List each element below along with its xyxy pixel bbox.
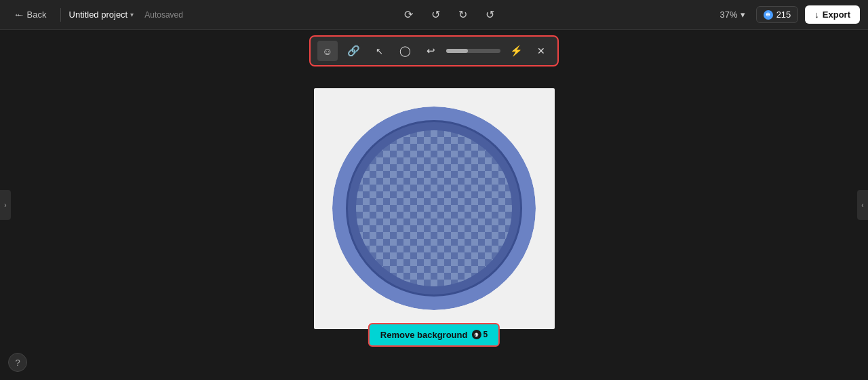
lightning-tool-btn[interactable]: ⚡: [506, 41, 526, 61]
checker-pattern: [356, 130, 512, 286]
project-title: Untitled project: [69, 10, 128, 20]
checker-circle: [356, 130, 512, 286]
circle-inner-ring: [346, 120, 522, 297]
help-icon: ?: [15, 358, 20, 368]
back-button[interactable]: ← ← Back: [8, 7, 52, 22]
canvas-container: Remove background ⊕ 5: [314, 88, 555, 329]
project-title-area[interactable]: Untitled project ▾: [69, 10, 134, 20]
credits-inline-dot-icon: ⊕: [471, 330, 481, 339]
back-label: ← Back: [16, 10, 47, 20]
right-panel-toggle[interactable]: ‹: [857, 190, 868, 220]
brush-size-slider[interactable]: [446, 49, 500, 53]
export-icon: ↓: [814, 10, 819, 20]
autosaved-status: Autosaved: [144, 10, 183, 20]
toolbar-center: ⟳ ↺ ↻ ↺: [191, 4, 708, 26]
redo-right-btn[interactable]: ↺: [479, 4, 501, 26]
person-tool-btn[interactable]: ☺: [317, 41, 338, 61]
help-button[interactable]: ?: [8, 353, 27, 372]
toolbar-close-button[interactable]: ✕: [532, 41, 551, 60]
credits-badge[interactable]: ⊕ 215: [756, 6, 799, 23]
zoom-value: 37%: [720, 10, 738, 20]
export-label: Export: [823, 10, 850, 20]
cursor-tool-btn[interactable]: ↖: [369, 41, 389, 61]
refresh-icon-btn[interactable]: ⟳: [398, 4, 420, 26]
circle-image: [332, 107, 536, 310]
remove-bg-label: Remove background: [380, 330, 468, 340]
undo-icon: ↺: [431, 8, 440, 21]
right-chevron-icon: ‹: [861, 202, 863, 209]
link-tool-btn[interactable]: 🔗: [343, 41, 363, 61]
close-icon: ✕: [537, 45, 545, 56]
undo-btn[interactable]: ↺: [425, 4, 447, 26]
link-tool-icon: 🔗: [347, 45, 360, 57]
divider: [60, 8, 61, 22]
circle-outer-ring: [332, 107, 536, 310]
project-title-chevron: ▾: [130, 11, 134, 18]
remove-background-button[interactable]: Remove background ⊕ 5: [368, 323, 500, 347]
lightning-icon: ⚡: [510, 45, 523, 57]
remove-bg-credits: 5: [483, 330, 488, 339]
credits-count: 215: [776, 10, 791, 20]
slider-fill: [446, 49, 468, 53]
zoom-control[interactable]: 37% ▾: [716, 7, 749, 22]
person-tool-icon: ☺: [322, 45, 332, 57]
undo-tool-btn[interactable]: ↩: [420, 41, 441, 61]
credits-dot-icon: ⊕: [764, 10, 773, 20]
image-card: [314, 88, 555, 329]
credits-inline: ⊕ 5: [471, 330, 488, 339]
left-chevron-icon: ›: [4, 202, 6, 209]
eraser-tool-icon: ◯: [399, 45, 411, 57]
redo-left-icon: ↻: [458, 8, 467, 21]
sync-icon: ⟳: [404, 8, 413, 21]
top-bar-right: 37% ▾ ⊕ 215 ↓ Export: [716, 5, 860, 24]
redo-right-icon: ↺: [486, 8, 494, 21]
left-panel-toggle[interactable]: ›: [0, 190, 11, 220]
export-button[interactable]: ↓ Export: [805, 5, 860, 24]
cursor-tool-icon: ↖: [376, 46, 383, 56]
zoom-chevron: ▾: [741, 10, 745, 20]
eraser-tool-btn[interactable]: ◯: [395, 41, 415, 61]
top-bar: ← ← Back Untitled project ▾ Autosaved ⟳ …: [0, 0, 868, 30]
floating-toolbar: ☺ 🔗 ↖ ◯ ↩ ⚡ ✕: [309, 35, 559, 66]
redo-left-btn[interactable]: ↻: [452, 4, 474, 26]
slider-area[interactable]: [446, 49, 500, 53]
undo-tool-icon: ↩: [427, 45, 435, 57]
canvas-area: › Remove background ⊕ 5: [0, 30, 868, 380]
